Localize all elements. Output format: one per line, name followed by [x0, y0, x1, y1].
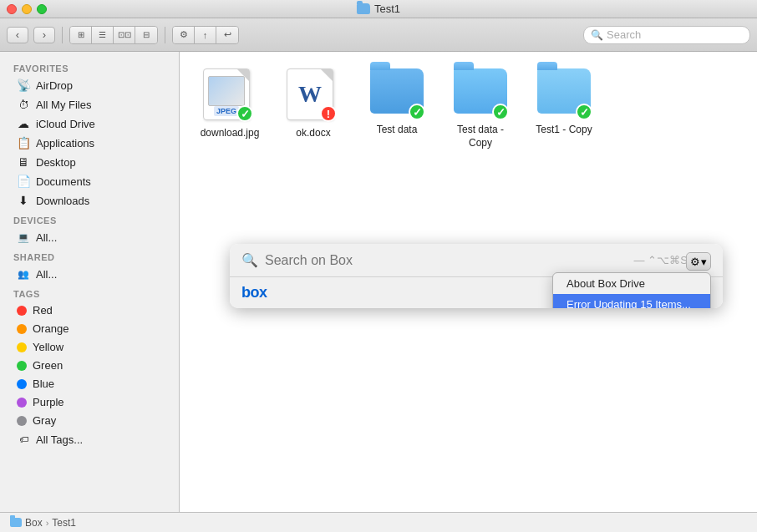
- box-logo: box: [241, 284, 267, 301]
- sidebar-item-applications[interactable]: 📋 Applications: [3, 134, 175, 152]
- list-item[interactable]: W ! ok.docx: [280, 68, 347, 149]
- sidebar-item-label: Yellow: [33, 341, 64, 353]
- gear-icon: ⚙: [690, 256, 700, 268]
- chevron-down-icon: ▾: [701, 256, 707, 268]
- breadcrumb-arrow-icon: ›: [46, 518, 49, 528]
- sidebar: Favorites 📡 AirDrop ⏱ All My Files ☁ iCl…: [0, 52, 180, 512]
- window-title: Test1: [357, 3, 400, 15]
- minimize-button[interactable]: [22, 4, 32, 14]
- sidebar-item-devices-all[interactable]: 💻 All...: [3, 228, 175, 246]
- sidebar-item-label: Downloads: [36, 195, 89, 207]
- tags-label: Tags: [0, 284, 179, 301]
- box-footer: box ⚙ ▾ About Box Drive Error Updating 1…: [230, 277, 723, 308]
- sidebar-item-tag-orange[interactable]: Orange: [3, 320, 175, 337]
- gear-button[interactable]: ⚙ ▾: [686, 252, 711, 271]
- sidebar-item-all-tags[interactable]: 🏷 All Tags...: [3, 430, 175, 448]
- list-view-button[interactable]: ☰: [92, 27, 114, 43]
- list-item[interactable]: JPEG ✓ download.jpg: [196, 68, 263, 149]
- gallery-view-button[interactable]: ⊟: [135, 27, 157, 43]
- maximize-button[interactable]: [37, 4, 47, 14]
- sidebar-item-label: All...: [36, 231, 57, 244]
- sidebar-item-label: Green: [33, 359, 63, 372]
- sidebar-item-tag-red[interactable]: Red: [3, 301, 175, 319]
- close-button[interactable]: [7, 4, 17, 14]
- share-button[interactable]: ↑: [195, 27, 216, 43]
- main-layout: Favorites 📡 AirDrop ⏱ All My Files ☁ iCl…: [0, 52, 757, 512]
- action-button[interactable]: ⚙: [173, 27, 195, 43]
- sidebar-item-label: Purple: [33, 396, 64, 408]
- search-bar[interactable]: 🔍 Search: [583, 26, 750, 44]
- list-item[interactable]: ✓ Test1 - Copy: [531, 68, 597, 149]
- applications-icon: 📋: [17, 136, 30, 149]
- file-label: ok.docx: [296, 127, 330, 140]
- devices-label: Devices: [0, 210, 179, 227]
- list-item[interactable]: ✓ Test data - Copy: [447, 68, 514, 149]
- breadcrumb-folder-icon: [10, 518, 22, 527]
- jpeg-tag: JPEG: [214, 106, 239, 116]
- box-search-icon: 🔍: [241, 252, 258, 268]
- breadcrumb-test1-label: Test1: [52, 517, 76, 529]
- devices-icon: 💻: [17, 231, 30, 244]
- folder-icon: [357, 3, 370, 14]
- file-label: Test data: [377, 124, 418, 137]
- sidebar-item-downloads[interactable]: ⬇ Downloads: [3, 191, 175, 210]
- sidebar-item-documents[interactable]: 📄 Documents: [3, 172, 175, 190]
- sidebar-item-label: iCloud Drive: [36, 118, 95, 130]
- gear-dropdown-menu: About Box Drive Error Updating 15 Items.…: [552, 272, 711, 308]
- sidebar-item-tag-yellow[interactable]: Yellow: [3, 338, 175, 356]
- list-item[interactable]: ✓ Test data: [363, 68, 430, 149]
- status-badge-green: ✓: [576, 104, 592, 120]
- blue-tag-dot: [17, 379, 27, 389]
- sidebar-item-allmyfiles[interactable]: ⏱ All My Files: [3, 95, 175, 114]
- status-badge-green: ✓: [492, 104, 509, 120]
- column-view-button[interactable]: ⊡⊡: [114, 27, 135, 43]
- file-label: Test data - Copy: [447, 124, 514, 149]
- forward-button[interactable]: ›: [33, 27, 55, 43]
- word-letter: W: [298, 81, 322, 108]
- arrange-button[interactable]: ↩: [216, 27, 238, 43]
- sidebar-item-tag-green[interactable]: Green: [3, 357, 175, 374]
- file-icon-wrap: ✓: [537, 68, 591, 119]
- shared-label: Shared: [0, 247, 179, 264]
- sidebar-item-label: Desktop: [36, 156, 76, 169]
- status-badge-green: ✓: [409, 104, 425, 120]
- icon-view-button[interactable]: ⊞: [70, 27, 92, 43]
- file-icon-wrap: ✓: [370, 68, 424, 119]
- sidebar-item-icloud[interactable]: ☁ iCloud Drive: [3, 114, 175, 133]
- toolbar: ‹ › ⊞ ☰ ⊡⊡ ⊟ ⚙ ↑ ↩ 🔍 Search: [0, 18, 757, 52]
- red-tag-dot: [17, 306, 27, 316]
- breadcrumb: Box › Test1: [10, 517, 76, 529]
- airdrop-icon: 📡: [17, 79, 30, 92]
- search-icon: 🔍: [591, 29, 603, 41]
- sidebar-item-label: All My Files: [36, 99, 91, 111]
- sidebar-item-label: Applications: [36, 137, 94, 149]
- toolbar-separator-2: [165, 27, 165, 43]
- status-bar: Box › Test1: [0, 512, 757, 532]
- sidebar-item-tag-purple[interactable]: Purple: [3, 393, 175, 411]
- sidebar-item-desktop[interactable]: 🖥 Desktop: [3, 153, 175, 171]
- desktop-icon: 🖥: [17, 155, 30, 169]
- sidebar-item-tag-blue[interactable]: Blue: [3, 375, 175, 393]
- sidebar-item-label: Gray: [33, 414, 56, 427]
- toolbar-separator: [62, 27, 63, 43]
- content-area: JPEG ✓ download.jpg W ! o: [180, 52, 757, 512]
- sidebar-item-label: Documents: [36, 175, 91, 188]
- favorites-label: Favorites: [0, 58, 179, 75]
- status-badge-green: ✓: [236, 105, 253, 122]
- sidebar-item-label: AirDrop: [36, 79, 73, 92]
- sidebar-item-airdrop[interactable]: 📡 AirDrop: [3, 76, 175, 94]
- file-icon-wrap: JPEG ✓: [203, 68, 257, 122]
- file-icon-wrap: ✓: [454, 68, 507, 119]
- breadcrumb-box-label: Box: [25, 517, 43, 529]
- sidebar-item-label: Blue: [33, 377, 54, 390]
- back-button[interactable]: ‹: [7, 27, 28, 43]
- menu-item-about[interactable]: About Box Drive: [553, 273, 710, 294]
- all-tags-icon: 🏷: [17, 433, 30, 446]
- menu-item-error[interactable]: Error Updating 15 Items...: [553, 294, 710, 308]
- documents-icon: 📄: [17, 175, 30, 188]
- traffic-lights: [7, 4, 47, 14]
- sidebar-item-tag-gray[interactable]: Gray: [3, 412, 175, 429]
- sidebar-item-shared-all[interactable]: 👥 All...: [3, 265, 175, 283]
- yellow-tag-dot: [17, 342, 27, 352]
- action-buttons: ⚙ ↑ ↩: [172, 26, 239, 44]
